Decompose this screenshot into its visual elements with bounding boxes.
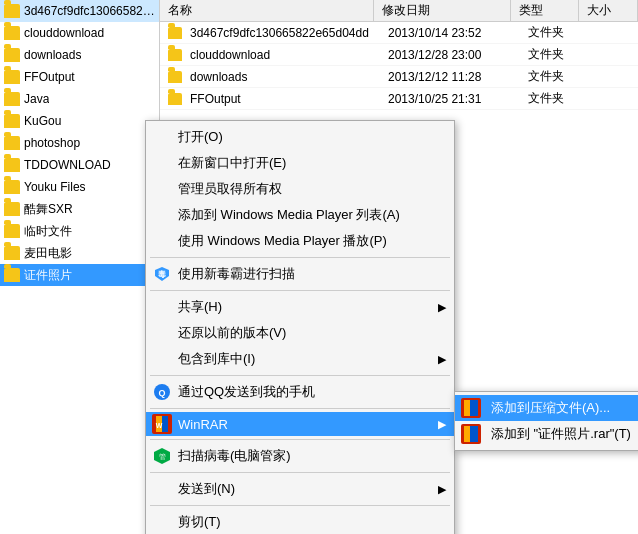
file-item[interactable]: KuGou (0, 110, 159, 132)
file-name: FFOutput (190, 92, 241, 106)
submenu-arrow-icon: ▶ (438, 301, 446, 314)
antivirus-icon: 毒 (152, 264, 172, 284)
file-item-label: 酷舞SXR (24, 201, 73, 218)
menu-item-label: 包含到库中(I) (178, 350, 255, 368)
menu-item-open[interactable]: 打开(O) (146, 124, 454, 150)
context-menu: 打开(O)在新窗口中打开(E)管理员取得所有权添加到 Windows Media… (145, 120, 455, 534)
menu-item-label: 还原以前的版本(V) (178, 324, 286, 342)
menu-item-admin[interactable]: 管理员取得所有权 (146, 176, 454, 202)
menu-item-label: 通过QQ发送到我的手机 (178, 383, 315, 401)
table-row[interactable]: clouddownload2013/12/28 23:00文件夹 (160, 44, 638, 66)
file-item[interactable]: 临时文件 (0, 220, 159, 242)
winrar-submenu-item-add_archive[interactable]: 添加到压缩文件(A)... (455, 395, 638, 421)
folder-icon (4, 114, 20, 128)
folder-icon (168, 71, 182, 83)
qq_send-icon: Q (152, 382, 172, 402)
menu-separator (150, 472, 450, 473)
file-item[interactable]: Youku Files (0, 176, 159, 198)
menu-item-winrar[interactable]: WWinRAR▶ (146, 412, 454, 436)
file-item[interactable]: FFOutput (0, 66, 159, 88)
table-row[interactable]: FFOutput2013/10/25 21:31文件夹 (160, 88, 638, 110)
col-name[interactable]: 名称 (160, 0, 374, 21)
menu-item-label: 添加到 Windows Media Player 列表(A) (178, 206, 400, 224)
scan_manager-icon: 管 (152, 446, 172, 466)
menu-item-label: 扫描病毒(电脑管家) (178, 447, 291, 465)
file-item[interactable]: 3d467cf9dfc130665822e65d04dd (0, 0, 159, 22)
file-item[interactable]: photoshop (0, 132, 159, 154)
file-item-label: downloads (24, 48, 81, 62)
menu-item-send_to[interactable]: 发送到(N)▶ (146, 476, 454, 502)
menu-item-qq_send[interactable]: Q通过QQ发送到我的手机 (146, 379, 454, 405)
file-name: 3d467cf9dfc130665822e65d04dd (190, 26, 369, 40)
menu-item-restore[interactable]: 还原以前的版本(V) (146, 320, 454, 346)
svg-rect-11 (464, 400, 470, 416)
svg-rect-6 (162, 416, 168, 432)
menu-item-label: WinRAR (178, 417, 228, 432)
menu-separator (150, 505, 450, 506)
folder-icon (4, 180, 20, 194)
file-date: 2013/12/28 23:00 (380, 48, 520, 62)
menu-item-share[interactable]: 共享(H)▶ (146, 294, 454, 320)
table-row[interactable]: 3d467cf9dfc130665822e65d04dd2013/10/14 2… (160, 22, 638, 44)
file-item[interactable]: TDDOWNLOAD (0, 154, 159, 176)
menu-item-label: 共享(H) (178, 298, 222, 316)
file-name: downloads (190, 70, 247, 84)
menu-item-wmp_add[interactable]: 添加到 Windows Media Player 列表(A) (146, 202, 454, 228)
folder-icon (4, 92, 20, 106)
file-list-panel: 3d467cf9dfc130665822e65d04ddclouddownloa… (0, 0, 160, 534)
folder-icon (4, 136, 20, 150)
file-item-label: Youku Files (24, 180, 86, 194)
menu-item-label: 打开(O) (178, 128, 223, 146)
folder-icon (4, 4, 20, 18)
send_to-icon (152, 479, 172, 499)
col-size[interactable]: 大小 (579, 0, 638, 21)
file-item[interactable]: 酷舞SXR (0, 198, 159, 220)
folder-icon (4, 224, 20, 238)
restore-icon (152, 323, 172, 343)
table-row[interactable]: downloads2013/12/12 11:28文件夹 (160, 66, 638, 88)
menu-item-include_library[interactable]: 包含到库中(I)▶ (146, 346, 454, 372)
folder-icon (4, 26, 20, 40)
file-item[interactable]: 麦田电影 (0, 242, 159, 264)
submenu-arrow-icon: ▶ (438, 353, 446, 366)
svg-rect-15 (470, 426, 478, 442)
menu-item-wmp_play[interactable]: 使用 Windows Media Player 播放(P) (146, 228, 454, 254)
svg-text:W: W (156, 422, 163, 429)
menu-item-scan_manager[interactable]: 管扫描病毒(电脑管家) (146, 443, 454, 469)
menu-item-cut[interactable]: 剪切(T) (146, 509, 454, 534)
menu-item-label: 剪切(T) (178, 513, 221, 531)
svg-text:Q: Q (158, 388, 165, 398)
file-item[interactable]: Java (0, 88, 159, 110)
menu-item-label: 在新窗口中打开(E) (178, 154, 286, 172)
menu-item-label: 使用新毒霸进行扫描 (178, 265, 295, 283)
file-date: 2013/10/25 21:31 (380, 92, 520, 106)
file-item-label: 麦田电影 (24, 245, 72, 262)
wmp_play-icon (152, 231, 172, 251)
file-item[interactable]: downloads (0, 44, 159, 66)
menu-item-antivirus[interactable]: 毒使用新毒霸进行扫描 (146, 261, 454, 287)
folder-icon (168, 27, 182, 39)
col-type[interactable]: 类型 (511, 0, 580, 21)
admin-icon (152, 179, 172, 199)
folder-icon (4, 202, 20, 216)
file-type: 文件夹 (520, 24, 590, 41)
col-date[interactable]: 修改日期 (374, 0, 511, 21)
file-item-label: clouddownload (24, 26, 104, 40)
menu-separator (150, 408, 450, 409)
open-icon (152, 127, 172, 147)
menu-item-label: 发送到(N) (178, 480, 235, 498)
winrar-submenu-item-add_rar[interactable]: 添加到 "证件照片.rar"(T) (455, 421, 638, 447)
menu-item-label: 管理员取得所有权 (178, 180, 282, 198)
menu-separator (150, 375, 450, 376)
svg-text:毒: 毒 (158, 270, 166, 279)
folder-icon (168, 93, 182, 105)
winrar-icon: W (152, 414, 172, 434)
folder-icon (4, 48, 20, 62)
wmp_add-icon (152, 205, 172, 225)
menu-item-open_new_window[interactable]: 在新窗口中打开(E) (146, 150, 454, 176)
file-item[interactable]: clouddownload (0, 22, 159, 44)
folder-icon (4, 158, 20, 172)
file-item[interactable]: 证件照片 (0, 264, 159, 286)
submenu-item-label: 添加到 "证件照片.rar"(T) (491, 425, 631, 443)
file-type: 文件夹 (520, 68, 590, 85)
